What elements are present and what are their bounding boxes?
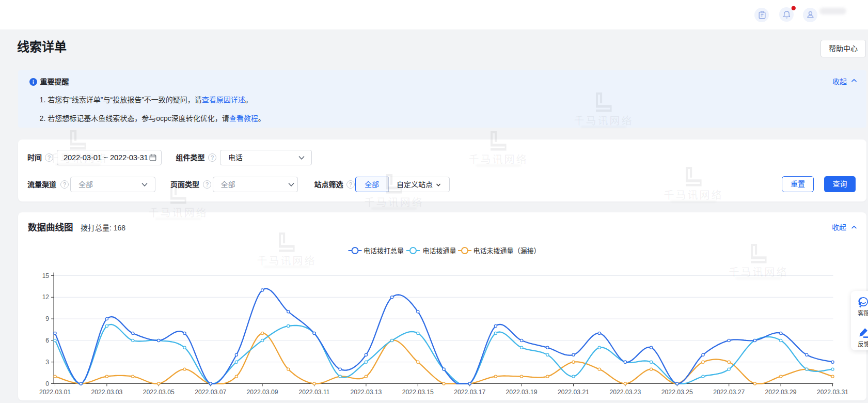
svg-text:2022.03.17: 2022.03.17: [454, 389, 485, 396]
svg-text:2022.03.23: 2022.03.23: [609, 389, 641, 396]
svg-text:电话拨打总量: 电话拨打总量: [364, 247, 404, 255]
svg-text:15: 15: [42, 272, 50, 280]
svg-text:3: 3: [45, 359, 49, 366]
svg-text:2022.03.13: 2022.03.13: [350, 389, 382, 396]
svg-text:2022.03.27: 2022.03.27: [713, 389, 745, 396]
svg-text:6: 6: [45, 337, 49, 344]
svg-text:2022.03.15: 2022.03.15: [402, 389, 434, 396]
svg-text:2022.03.03: 2022.03.03: [91, 389, 122, 396]
svg-text:2022.03.19: 2022.03.19: [506, 389, 538, 396]
svg-text:2022.03.25: 2022.03.25: [661, 389, 693, 396]
svg-text:2022.03.21: 2022.03.21: [558, 389, 589, 396]
svg-text:2022.03.29: 2022.03.29: [765, 389, 797, 396]
svg-text:2022.03.05: 2022.03.05: [143, 389, 175, 396]
svg-text:2022.03.07: 2022.03.07: [195, 389, 226, 396]
svg-text:电话未拨通量（漏接）: 电话未拨通量（漏接）: [474, 247, 541, 255]
svg-text:12: 12: [42, 293, 50, 301]
svg-text:2022.03.01: 2022.03.01: [39, 389, 71, 396]
svg-text:9: 9: [45, 315, 49, 322]
svg-text:电话拨通量: 电话拨通量: [423, 247, 456, 255]
svg-text:0: 0: [45, 380, 49, 388]
svg-text:2022.03.31: 2022.03.31: [817, 389, 848, 396]
svg-text:2022.03.11: 2022.03.11: [298, 389, 329, 396]
svg-text:2022.03.09: 2022.03.09: [247, 389, 278, 396]
